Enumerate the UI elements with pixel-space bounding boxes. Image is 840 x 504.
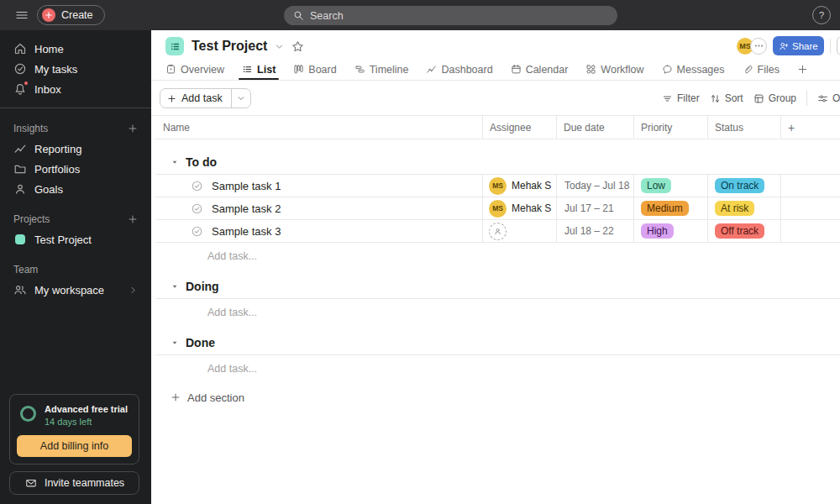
sidebar-item-home[interactable]: Home (0, 39, 151, 59)
column-header-due-date[interactable]: Due date (557, 116, 634, 139)
task-name[interactable]: Sample task 3 (212, 225, 281, 238)
help-button[interactable]: ? (812, 6, 831, 24)
sidebar-item-my-tasks[interactable]: My tasks (0, 59, 151, 79)
collapse-triangle-icon[interactable] (171, 339, 179, 347)
due-date-cell[interactable]: Today – Jul 18 (557, 175, 634, 197)
search-bar[interactable] (284, 6, 617, 25)
project-icon (165, 37, 184, 55)
status-cell[interactable]: On track (708, 175, 781, 197)
tri-down-icon (171, 339, 179, 347)
chevron-down-icon[interactable] (275, 42, 284, 51)
assignee-cell[interactable] (483, 220, 557, 242)
folder-icon (13, 162, 27, 176)
tab-files[interactable]: Files (743, 59, 780, 80)
assignee-cell[interactable]: MSMehak S (483, 175, 557, 197)
due-date-cell[interactable]: Jul 17 – 21 (557, 197, 634, 219)
add-task-button[interactable]: Add task (160, 89, 232, 108)
column-header-assignee[interactable]: Assignee (483, 116, 557, 139)
sort-icon (710, 93, 721, 104)
sidebar-item-test-project[interactable]: Test Project (0, 229, 151, 249)
dots-icon (753, 40, 764, 51)
add-task-row[interactable]: Add task... (155, 299, 840, 325)
add-task-row[interactable]: Add task... (155, 243, 840, 269)
filter-button[interactable]: Filter (662, 92, 700, 104)
due-date-cell[interactable]: Jul 18 – 22 (557, 220, 634, 242)
add-icon[interactable] (128, 214, 138, 224)
add-column-button[interactable]: + (781, 116, 840, 139)
sidebar-section-team: Team (0, 260, 151, 280)
collapse-triangle-icon[interactable] (171, 282, 179, 291)
tab-add[interactable] (797, 59, 808, 80)
status-cell[interactable]: At risk (708, 197, 781, 219)
task-name[interactable]: Sample task 1 (212, 180, 281, 192)
add-section-label: Add section (187, 391, 244, 404)
section-header[interactable]: Done (155, 330, 840, 355)
priority-cell[interactable]: High (634, 220, 708, 242)
share-person-icon (779, 41, 789, 51)
table-header-row: Name Assignee Due date Priority Status + (155, 116, 840, 139)
add-task-row[interactable]: Add task... (155, 355, 840, 381)
assignee-name: Mehak S (512, 202, 551, 214)
sidebar-item-reporting[interactable]: Reporting (0, 139, 151, 159)
empty-cell (781, 197, 840, 219)
check-circle-icon (191, 180, 203, 192)
add-task-dropdown-button[interactable] (232, 89, 250, 108)
task-row-sample-task-1[interactable]: Sample task 1 MSMehak S Today – Jul 18 L… (155, 175, 840, 197)
section-header[interactable]: Doing (155, 274, 840, 299)
column-header-name[interactable]: Name (155, 116, 483, 139)
hamburger-menu-icon[interactable] (15, 8, 29, 22)
tab-messages[interactable]: Messages (662, 59, 725, 80)
invite-teammates-button[interactable]: Invite teammates (9, 471, 139, 495)
section-header[interactable]: To do (155, 150, 840, 175)
empty-cell (781, 175, 840, 197)
sidebar-item-inbox[interactable]: Inbox (0, 79, 151, 99)
customize-button[interactable]: Customize (837, 36, 840, 55)
search-input[interactable] (310, 10, 587, 22)
task-check-icon[interactable] (191, 180, 203, 192)
options-button[interactable]: Options (817, 92, 840, 104)
task-row-sample-task-2[interactable]: Sample task 2 MSMehak S Jul 17 – 21 Medi… (155, 197, 840, 220)
sidebar-item-portfolios[interactable]: Portfolios (0, 159, 151, 179)
tab-timeline[interactable]: Timeline (354, 59, 409, 80)
tab-dashboard[interactable]: Dashboard (426, 59, 492, 80)
more-members-button[interactable] (750, 38, 767, 55)
add-billing-info-button[interactable]: Add billing info (17, 435, 132, 457)
assignee-cell[interactable]: MSMehak S (483, 197, 557, 219)
tab-overview[interactable]: Overview (165, 59, 224, 80)
check-circle-icon (191, 225, 203, 238)
topbar: Create ? (0, 0, 840, 30)
task-check-icon[interactable] (191, 225, 203, 238)
create-button[interactable]: Create (37, 5, 105, 25)
task-name[interactable]: Sample task 2 (212, 202, 281, 215)
sliders-icon (817, 93, 828, 104)
task-check-icon[interactable] (191, 202, 203, 215)
invite-teammates-label: Invite teammates (45, 477, 124, 489)
group-icon (753, 93, 764, 104)
priority-cell[interactable]: Medium (634, 197, 708, 219)
star-icon[interactable] (291, 40, 304, 53)
column-header-priority[interactable]: Priority (634, 116, 708, 139)
clip-icon (743, 64, 753, 75)
sidebar-item-goals[interactable]: Goals (0, 179, 151, 199)
share-button[interactable]: Share (773, 36, 824, 55)
tab-list[interactable]: List (242, 59, 276, 80)
tab-workflow[interactable]: Workflow (585, 59, 643, 80)
add-section-button[interactable]: Add section (155, 386, 840, 408)
task-table: Name Assignee Due date Priority Status +… (155, 116, 840, 408)
group-button[interactable]: Group (753, 92, 796, 104)
share-button-label: Share (792, 41, 818, 51)
sidebar-item-my-workspace[interactable]: My workspace (0, 280, 151, 300)
column-header-status[interactable]: Status (708, 116, 781, 139)
status-cell[interactable]: Off track (708, 220, 781, 242)
sort-button[interactable]: Sort (710, 92, 743, 104)
tab-calendar[interactable]: Calendar (511, 59, 569, 80)
add-icon[interactable] (128, 123, 138, 134)
task-row-sample-task-3[interactable]: Sample task 3 Jul 18 – 22 High Off track (155, 220, 840, 243)
collapse-triangle-icon[interactable] (171, 158, 179, 166)
priority-cell[interactable]: Low (634, 175, 708, 197)
trial-progress-ring-icon (20, 406, 36, 422)
board-icon (293, 64, 304, 75)
tab-board[interactable]: Board (293, 59, 336, 80)
calendar-icon (511, 64, 522, 75)
check-circle-icon (191, 202, 203, 215)
